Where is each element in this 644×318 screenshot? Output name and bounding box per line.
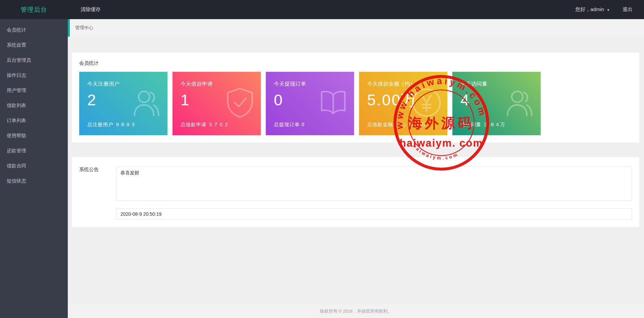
sidebar-item-operation-logs[interactable]: 操作日志 <box>0 68 68 83</box>
users-icon <box>131 87 163 119</box>
stat-card-total: 总借款金额（约）６.６万 <box>367 121 439 128</box>
member-stats-panel: 会员统计 今天注册用户 2 总注册用户 ９８９３ 今天借款申请 1 总借款申请 … <box>72 53 639 143</box>
greeting-label: 您好，admin <box>575 6 604 13</box>
panel-title-member-stats: 会员统计 <box>79 60 632 66</box>
announcement-datetime-input[interactable] <box>116 208 632 220</box>
sidebar-item-repayment[interactable]: 还款管理 <box>0 143 68 158</box>
announcement-panel: 系统公告 恭喜发财 <box>72 157 639 227</box>
sidebar-item-loan-list[interactable]: 借款列表 <box>0 98 68 113</box>
active-tab-accent <box>68 19 70 37</box>
footer: 版权所有 © 2018，并保留所有权利。 <box>68 305 644 318</box>
chevron-down-icon: ▼ <box>607 8 610 12</box>
sidebar-item-sms-status[interactable]: 短信状态 <box>0 173 68 189</box>
sidebar-item-member-stats[interactable]: 会员统计 <box>0 22 68 38</box>
top-header: 管理后台 清除缓存 您好，admin ▼ 退出 <box>0 0 644 19</box>
stat-card-registered-users: 今天注册用户 2 总注册用户 ９８９３ <box>79 72 167 135</box>
sidebar-item-loan-contract[interactable]: 借款合同 <box>0 158 68 173</box>
tab-admin-center[interactable]: 管理中心 <box>68 19 644 37</box>
stat-cards-row: 今天注册用户 2 总注册用户 ９８９３ 今天借款申请 1 总借款申请 ５７０２ <box>79 72 632 135</box>
panel-title-announcement: 系统公告 <box>79 166 116 173</box>
logout-button[interactable]: 退出 <box>616 0 635 19</box>
sidebar-nav: 会员统计 系统设置 后台管理员 操作日志 用户管理 借款列表 订单列表 使用帮助… <box>0 19 68 318</box>
main-area: 管理中心 会员统计 今天注册用户 2 总注册用户 ９８９３ 今天借款申请 1 总… <box>68 19 644 318</box>
breadcrumb-bar: 管理中心 <box>68 19 644 37</box>
book-icon <box>317 87 349 119</box>
stat-card-total: 总注册用户 ９８９３ <box>87 121 159 128</box>
user-icon <box>504 87 536 119</box>
sidebar-item-user-management[interactable]: 用户管理 <box>0 83 68 98</box>
clear-cache-button[interactable]: 清除缓存 <box>73 0 108 19</box>
app-logo[interactable]: 管理后台 <box>0 5 68 14</box>
shield-check-icon <box>224 87 256 119</box>
sidebar-item-admins[interactable]: 后台管理员 <box>0 53 68 68</box>
stat-card-loan-applications: 今天借款申请 1 总借款申请 ５７０２ <box>172 72 261 135</box>
content: 会员统计 今天注册用户 2 总注册用户 ９８９３ 今天借款申请 1 总借款申请 … <box>68 37 644 305</box>
sidebar-item-system-settings[interactable]: 系统设置 <box>0 38 68 53</box>
user-dropdown[interactable]: 您好，admin ▼ <box>569 0 616 19</box>
stat-card-total: 总借款申请 ５７０２ <box>181 121 253 128</box>
copyright-text: 版权所有 © 2018，并保留所有权利。 <box>320 309 392 314</box>
announcement-textarea[interactable]: 恭喜发财 <box>116 166 632 201</box>
stat-card-total: 总提现订单 0 <box>274 121 346 128</box>
stat-card-loan-amount: 今天借款金额（约） 5.00万 总借款金额（约）６.６万 <box>359 72 447 135</box>
sidebar-item-help[interactable]: 使用帮助 <box>0 128 68 143</box>
stat-card-total: 总访问量 ２.８４万 <box>460 121 533 128</box>
sidebar-item-order-list[interactable]: 订单列表 <box>0 113 68 128</box>
yen-circle-icon <box>410 87 443 119</box>
stat-card-visits: 今天访问量 4 总访问量 ２.８４万 <box>452 72 541 135</box>
stat-card-withdraw-orders: 今天提现订单 0 总提现订单 0 <box>266 72 354 135</box>
